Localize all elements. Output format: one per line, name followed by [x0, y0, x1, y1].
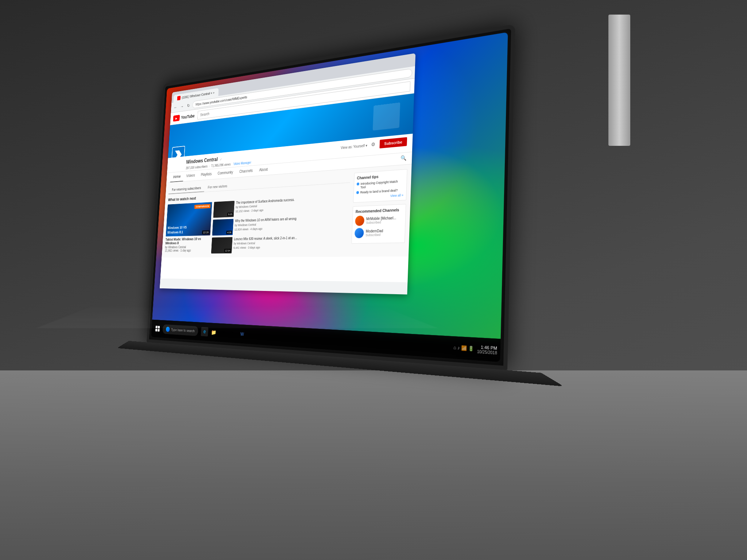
- taskbar-icon-mail[interactable]: ✉: [219, 328, 227, 338]
- channel-tips-title: Channel tips: [357, 172, 404, 180]
- video-views: 11,982 views: [165, 249, 179, 252]
- tip-dot-1: [357, 183, 359, 186]
- tip-item-1: Introducing Copyright Match Tool: [356, 179, 404, 190]
- rec-info-2: ModernDad Subscribed: [365, 229, 383, 237]
- rec-status-1: Subscribed: [366, 220, 396, 225]
- rec-name-2: ModernDad: [366, 229, 383, 233]
- forward-button[interactable]: →: [179, 103, 185, 110]
- side-duration-1: 5:35: [227, 213, 233, 216]
- side-video-info-1: The importance of Surface Andromeda succ…: [235, 198, 295, 214]
- recommended-channels-title: Recommended Channels: [356, 207, 403, 214]
- mail-icon: ✉: [221, 330, 225, 336]
- gear-icon[interactable]: ⚙: [371, 141, 376, 147]
- recommended-channels-box: Recommended Channels MrMobile [Michael..…: [351, 204, 406, 244]
- video-stats: 11,982 views · 1 day ago: [165, 248, 209, 252]
- room-background: DELL (1091) Windows Central × +: [0, 0, 747, 560]
- store-icon: 🛍: [230, 330, 235, 337]
- taskbar-icon-store[interactable]: 🛍: [229, 328, 237, 338]
- rec-info-1: MrMobile [Michael... Subscribed: [366, 216, 396, 225]
- list-item[interactable]: 4:06 Why the Windows 10 on ARM haters ar…: [212, 216, 298, 236]
- win-sq-4: [158, 329, 160, 331]
- side-video-list: 5:35 The importance of Surface Andromeda…: [211, 197, 299, 253]
- channel-right-sidebar: Channel tips Introducing Copyright Match…: [351, 169, 407, 253]
- rec-status-2: Subscribed: [365, 233, 383, 237]
- tip-dot-2: [356, 191, 359, 194]
- side-age-1: 2 days ago: [251, 208, 263, 212]
- channel-verified-badge: ✓: [220, 158, 222, 161]
- tab-videos[interactable]: Videos: [183, 170, 198, 181]
- side-age-2: 4 days ago: [250, 227, 262, 230]
- video-manager-link[interactable]: Video Manager: [233, 161, 251, 166]
- taskbar-icon-explorer[interactable]: 📁: [210, 327, 218, 337]
- youtube-logo: YouTube: [173, 113, 195, 121]
- side-duration-2: 4:06: [226, 230, 232, 234]
- clock: 1:46 PM 10/25/2018: [477, 344, 498, 355]
- side-thumb-2: 4:06: [212, 219, 234, 236]
- win-sq-3: [155, 329, 157, 331]
- view-all-link[interactable]: View all »: [356, 193, 403, 199]
- comparison-label: COMPARISON: [194, 204, 210, 209]
- taskbar-right-area: ⌂ ♪ 📶 🔋 1:46 PM 10/25/2018: [453, 343, 498, 355]
- side-thumb-3: 12:14: [211, 237, 233, 253]
- side-thumb-1: 5:35: [213, 201, 235, 218]
- rec-avatar-1: [355, 215, 364, 226]
- side-views-1: 12,152 views: [235, 209, 249, 213]
- rec-channel-1[interactable]: MrMobile [Michael... Subscribed: [355, 214, 403, 226]
- tab-favicon: [177, 96, 181, 101]
- youtube-logo-text: YouTube: [181, 113, 195, 120]
- rec-channel-2[interactable]: ModernDad Subscribed: [355, 227, 402, 238]
- back-button[interactable]: ←: [173, 104, 178, 111]
- channel-name: Windows Central: [186, 156, 218, 165]
- channel-logo: [171, 146, 185, 158]
- channel-tips-box: Channel tips Introducing Copyright Match…: [353, 169, 407, 203]
- side-duration-3: 12:14: [224, 249, 231, 252]
- view-as-label: View as: Yourself ▾: [341, 144, 367, 150]
- search-icon[interactable]: 🔍: [400, 152, 407, 165]
- side-stats-3: 6,441 views · 3 days ago: [233, 245, 297, 250]
- featured-video[interactable]: COMPARISON Windows 10 VSWindows 8.1 13:1…: [165, 202, 212, 254]
- cortana-text: Type here to search: [171, 328, 195, 333]
- side-views-2: 12,924 views: [235, 228, 249, 231]
- tip-text-2: Ready to land a brand deal?: [360, 188, 398, 194]
- taskbar-icon-edge[interactable]: e: [201, 327, 209, 337]
- list-item[interactable]: 12:14 Lenovo Miix 630 review: A sleek, s…: [211, 236, 297, 253]
- youtube-content: YouTube: [160, 78, 415, 282]
- banner-overlay: [373, 102, 400, 131]
- tab-returning-subscribers[interactable]: For returning subscribers: [169, 184, 205, 194]
- side-views-3: 6,441 views: [233, 246, 246, 249]
- side-age-3: 3 days ago: [248, 246, 260, 249]
- tab-channels[interactable]: Channels: [236, 166, 256, 178]
- tab-community[interactable]: Community: [214, 167, 237, 179]
- video-age: 1 day ago: [180, 249, 191, 252]
- video-grid: COMPARISON Windows 10 VSWindows 8.1 13:1…: [165, 194, 349, 254]
- refresh-button[interactable]: ↻: [186, 102, 191, 109]
- system-tray: ⌂ ♪ 📶 🔋: [453, 345, 474, 351]
- channel-left: For returning subscribers For new visito…: [165, 173, 351, 254]
- featured-video-thumbnail: COMPARISON Windows 10 VSWindows 8.1 13:1…: [166, 202, 212, 236]
- tab-home[interactable]: Home: [170, 172, 183, 183]
- side-video-info-3: Lenovo Miix 630 review: A sleek, slick 2…: [233, 236, 297, 250]
- folder-icon: 📁: [211, 329, 217, 335]
- taskbar-icon-word[interactable]: W: [238, 329, 246, 339]
- browser-window[interactable]: (1091) Windows Central × + ← → ↻: [160, 53, 415, 295]
- word-icon: W: [240, 331, 244, 337]
- rec-avatar-2: [355, 228, 364, 238]
- side-video-info-2: Why the Windows 10 on ARM haters are all…: [235, 217, 297, 232]
- list-item[interactable]: 5:35 The importance of Surface Andromeda…: [213, 197, 299, 218]
- tab-about[interactable]: About: [256, 164, 271, 176]
- taskbar-pinned-icons: e 📁 ✉ 🛍 W: [201, 327, 246, 339]
- youtube-logo-icon: [173, 115, 180, 122]
- video-title: Tablet Mode: Windows 10 vs Windows 8: [165, 237, 210, 245]
- video-duration: 13:16: [202, 230, 209, 234]
- tip-text-1: Introducing Copyright Match Tool: [360, 179, 404, 189]
- video-meta: Tablet Mode: Windows 10 vs Windows 8 by …: [165, 237, 210, 252]
- tab-new-visitors[interactable]: For new visitors: [204, 182, 231, 192]
- edge-icon: e: [203, 328, 206, 334]
- laptop: DELL (1091) Windows Central × +: [140, 0, 655, 542]
- tab-playlists[interactable]: Playlists: [198, 169, 215, 180]
